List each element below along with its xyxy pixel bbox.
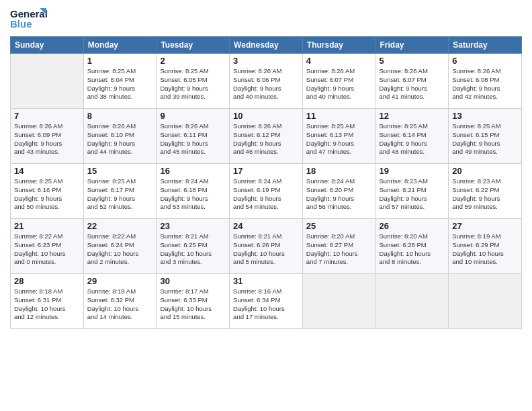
day-number: 2 (160, 56, 226, 66)
logo-svg: GeneralBlue (10, 7, 50, 31)
calendar-cell: 21Sunrise: 8:22 AM Sunset: 6:23 PM Dayli… (11, 219, 84, 274)
day-number: 13 (452, 111, 518, 121)
day-info: Sunrise: 8:24 AM Sunset: 6:18 PM Dayligh… (160, 177, 226, 212)
calendar-cell: 24Sunrise: 8:21 AM Sunset: 6:26 PM Dayli… (230, 219, 303, 274)
day-info: Sunrise: 8:25 AM Sunset: 6:13 PM Dayligh… (306, 122, 372, 156)
calendar-cell: 22Sunrise: 8:22 AM Sunset: 6:24 PM Dayli… (83, 219, 157, 274)
day-number: 31 (233, 276, 299, 286)
day-number: 18 (306, 166, 372, 176)
day-info: Sunrise: 8:26 AM Sunset: 6:11 PM Dayligh… (160, 122, 226, 156)
day-info: Sunrise: 8:26 AM Sunset: 6:08 PM Dayligh… (452, 67, 518, 101)
calendar-cell: 18Sunrise: 8:24 AM Sunset: 6:20 PM Dayli… (302, 164, 375, 219)
calendar-cell: 12Sunrise: 8:25 AM Sunset: 6:14 PM Dayli… (375, 109, 449, 164)
day-number: 3 (233, 56, 299, 66)
weekday-header-saturday: Saturday (449, 37, 522, 54)
day-number: 7 (14, 111, 80, 121)
calendar-cell: 10Sunrise: 8:26 AM Sunset: 6:12 PM Dayli… (230, 109, 303, 164)
day-number: 23 (160, 221, 226, 231)
day-number: 11 (306, 111, 372, 121)
day-info: Sunrise: 8:26 AM Sunset: 6:07 PM Dayligh… (306, 67, 372, 101)
calendar-cell: 23Sunrise: 8:21 AM Sunset: 6:25 PM Dayli… (157, 219, 230, 274)
day-number: 29 (87, 276, 153, 286)
weekday-header-tuesday: Tuesday (157, 37, 230, 54)
day-number: 27 (452, 221, 518, 231)
day-info: Sunrise: 8:23 AM Sunset: 6:21 PM Dayligh… (380, 177, 445, 212)
day-info: Sunrise: 8:23 AM Sunset: 6:22 PM Dayligh… (452, 177, 518, 212)
day-info: Sunrise: 8:21 AM Sunset: 6:26 PM Dayligh… (233, 232, 299, 267)
day-number: 6 (452, 56, 518, 66)
calendar-cell: 29Sunrise: 8:18 AM Sunset: 6:32 PM Dayli… (83, 274, 157, 329)
calendar-week-row: 7Sunrise: 8:26 AM Sunset: 6:09 PM Daylig… (11, 109, 522, 164)
day-info: Sunrise: 8:25 AM Sunset: 6:04 PM Dayligh… (87, 67, 153, 101)
calendar-cell: 17Sunrise: 8:24 AM Sunset: 6:19 PM Dayli… (230, 164, 303, 219)
calendar-cell (449, 274, 522, 329)
day-number: 12 (380, 111, 445, 121)
calendar-cell: 20Sunrise: 8:23 AM Sunset: 6:22 PM Dayli… (449, 164, 522, 219)
day-number: 10 (233, 111, 299, 121)
day-info: Sunrise: 8:22 AM Sunset: 6:24 PM Dayligh… (87, 232, 153, 267)
day-info: Sunrise: 8:26 AM Sunset: 6:09 PM Dayligh… (14, 122, 80, 156)
day-info: Sunrise: 8:26 AM Sunset: 6:07 PM Dayligh… (380, 67, 445, 101)
day-number: 4 (306, 56, 372, 66)
day-info: Sunrise: 8:26 AM Sunset: 6:06 PM Dayligh… (233, 67, 299, 101)
day-info: Sunrise: 8:21 AM Sunset: 6:25 PM Dayligh… (160, 232, 226, 267)
day-info: Sunrise: 8:19 AM Sunset: 6:29 PM Dayligh… (452, 232, 518, 267)
day-number: 1 (87, 56, 153, 66)
day-number: 16 (160, 166, 226, 176)
calendar-week-row: 1Sunrise: 8:25 AM Sunset: 6:04 PM Daylig… (11, 54, 522, 109)
calendar-cell: 11Sunrise: 8:25 AM Sunset: 6:13 PM Dayli… (302, 109, 375, 164)
day-info: Sunrise: 8:25 AM Sunset: 6:05 PM Dayligh… (160, 67, 226, 101)
day-info: Sunrise: 8:20 AM Sunset: 6:27 PM Dayligh… (306, 232, 372, 267)
calendar-cell: 19Sunrise: 8:23 AM Sunset: 6:21 PM Dayli… (375, 164, 449, 219)
calendar-page: GeneralBlue SundayMondayTuesdayWednesday… (0, 0, 532, 411)
day-number: 20 (452, 166, 518, 176)
day-number: 21 (14, 221, 80, 231)
day-number: 22 (87, 221, 153, 231)
calendar-week-row: 28Sunrise: 8:18 AM Sunset: 6:31 PM Dayli… (11, 274, 522, 329)
calendar-cell: 7Sunrise: 8:26 AM Sunset: 6:09 PM Daylig… (11, 109, 84, 164)
weekday-header-wednesday: Wednesday (230, 37, 303, 54)
calendar-cell: 8Sunrise: 8:26 AM Sunset: 6:10 PM Daylig… (83, 109, 157, 164)
calendar-cell: 26Sunrise: 8:20 AM Sunset: 6:28 PM Dayli… (375, 219, 449, 274)
calendar-cell: 14Sunrise: 8:25 AM Sunset: 6:16 PM Dayli… (11, 164, 84, 219)
day-info: Sunrise: 8:26 AM Sunset: 6:10 PM Dayligh… (87, 122, 153, 156)
weekday-header-row: SundayMondayTuesdayWednesdayThursdayFrid… (11, 37, 522, 54)
calendar-table: SundayMondayTuesdayWednesdayThursdayFrid… (10, 36, 522, 329)
calendar-cell: 31Sunrise: 8:16 AM Sunset: 6:34 PM Dayli… (230, 274, 303, 329)
calendar-cell (375, 274, 449, 329)
calendar-cell: 27Sunrise: 8:19 AM Sunset: 6:29 PM Dayli… (449, 219, 522, 274)
calendar-week-row: 14Sunrise: 8:25 AM Sunset: 6:16 PM Dayli… (11, 164, 522, 219)
day-number: 30 (160, 276, 226, 286)
calendar-cell: 30Sunrise: 8:17 AM Sunset: 6:33 PM Dayli… (157, 274, 230, 329)
day-info: Sunrise: 8:25 AM Sunset: 6:15 PM Dayligh… (452, 122, 518, 156)
day-number: 5 (380, 56, 445, 66)
day-info: Sunrise: 8:24 AM Sunset: 6:20 PM Dayligh… (306, 177, 372, 212)
calendar-cell: 6Sunrise: 8:26 AM Sunset: 6:08 PM Daylig… (449, 54, 522, 109)
calendar-cell: 5Sunrise: 8:26 AM Sunset: 6:07 PM Daylig… (375, 54, 449, 109)
day-info: Sunrise: 8:20 AM Sunset: 6:28 PM Dayligh… (380, 232, 445, 267)
weekday-header-friday: Friday (375, 37, 449, 54)
weekday-header-monday: Monday (83, 37, 157, 54)
calendar-cell: 1Sunrise: 8:25 AM Sunset: 6:04 PM Daylig… (83, 54, 157, 109)
calendar-cell: 28Sunrise: 8:18 AM Sunset: 6:31 PM Dayli… (11, 274, 84, 329)
day-number: 19 (380, 166, 445, 176)
calendar-cell: 4Sunrise: 8:26 AM Sunset: 6:07 PM Daylig… (302, 54, 375, 109)
day-number: 17 (233, 166, 299, 176)
day-info: Sunrise: 8:25 AM Sunset: 6:17 PM Dayligh… (87, 177, 153, 212)
day-info: Sunrise: 8:18 AM Sunset: 6:31 PM Dayligh… (14, 287, 80, 322)
day-number: 8 (87, 111, 153, 121)
calendar-cell (302, 274, 375, 329)
day-info: Sunrise: 8:16 AM Sunset: 6:34 PM Dayligh… (233, 287, 299, 322)
calendar-week-row: 21Sunrise: 8:22 AM Sunset: 6:23 PM Dayli… (11, 219, 522, 274)
day-number: 15 (87, 166, 153, 176)
day-info: Sunrise: 8:18 AM Sunset: 6:32 PM Dayligh… (87, 287, 153, 322)
calendar-cell: 16Sunrise: 8:24 AM Sunset: 6:18 PM Dayli… (157, 164, 230, 219)
day-number: 25 (306, 221, 372, 231)
calendar-cell: 9Sunrise: 8:26 AM Sunset: 6:11 PM Daylig… (157, 109, 230, 164)
day-number: 26 (380, 221, 445, 231)
logo: GeneralBlue (10, 7, 50, 31)
day-info: Sunrise: 8:22 AM Sunset: 6:23 PM Dayligh… (14, 232, 80, 267)
calendar-cell (11, 54, 84, 109)
day-info: Sunrise: 8:26 AM Sunset: 6:12 PM Dayligh… (233, 122, 299, 156)
calendar-cell: 2Sunrise: 8:25 AM Sunset: 6:05 PM Daylig… (157, 54, 230, 109)
